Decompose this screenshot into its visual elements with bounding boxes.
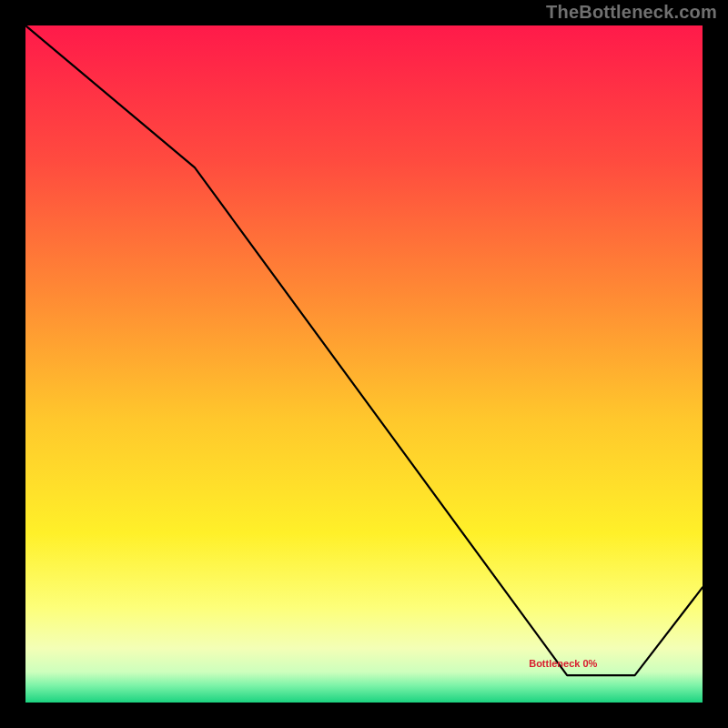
chart-svg — [25, 25, 703, 703]
line-series-bottleneck-curve — [25, 25, 703, 675]
chart-container: TheBottleneck.com Bottleneck 0% — [0, 0, 728, 728]
watermark-text: TheBottleneck.com — [546, 2, 717, 23]
plot-area: Bottleneck 0% — [25, 25, 703, 703]
annotation-bottleneck-zero: Bottleneck 0% — [529, 658, 597, 669]
